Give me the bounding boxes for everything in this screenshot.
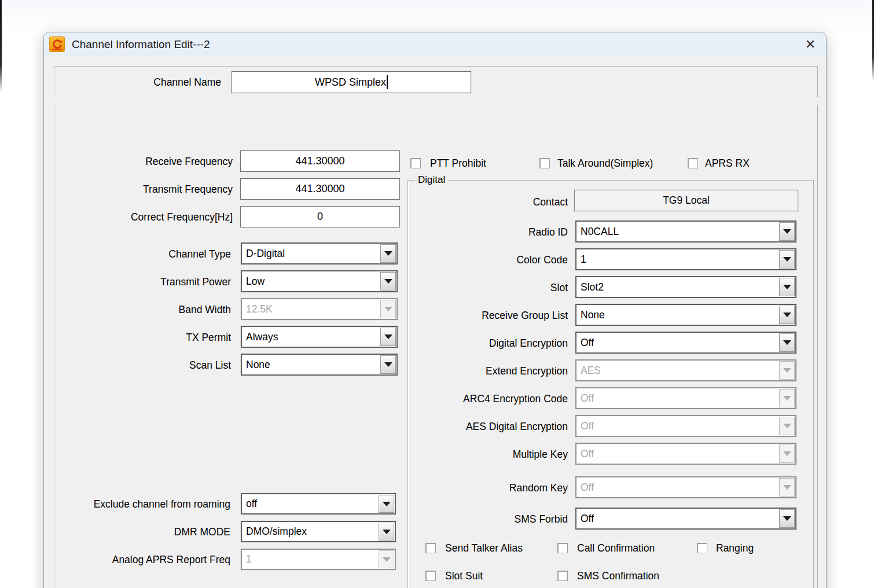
dropdown-arrow-icon[interactable] [380,272,396,291]
ptt-prohibit-label: PTT Prohibit [430,157,486,169]
receive-frequency-input[interactable]: 441.30000 [240,150,400,172]
color-code-select[interactable]: 1 [575,248,796,270]
dropdown-arrow-icon[interactable] [779,250,795,269]
extend-encryption-label: Extend Encryption [414,365,568,377]
talk-around-checkbox[interactable] [539,158,550,168]
channel-name-input[interactable]: WPSD Simplex [232,71,471,93]
titlebar: Channel Information Edit---2 ✕ [44,32,826,57]
dropdown-arrow-icon [779,389,795,407]
transmit-frequency-input[interactable]: 441.30000 [240,178,400,200]
aprs-rx-label: APRS RX [705,157,750,169]
scan-list-select[interactable]: None [241,354,398,376]
ptt-prohibit-checkbox[interactable] [410,158,421,168]
radio-logo-icon [50,37,64,52]
channel-edit-dialog: Channel Information Edit---2 ✕ Channel N… [43,32,827,588]
digital-encryption-select[interactable]: Off [575,332,796,354]
analog-aprs-freq-select: 1 [241,549,396,570]
dropdown-arrow-icon[interactable] [380,328,396,346]
dropdown-arrow-icon [779,444,795,463]
scan-list-label: Scan List [65,359,231,371]
ranging-label: Ranging [716,542,754,554]
dropdown-arrow-icon [779,361,795,380]
aprs-rx-checkbox[interactable] [688,158,698,168]
contact-label: Contact [414,196,568,208]
slot-suit-checkbox[interactable] [425,571,436,581]
dropdown-arrow-icon [379,550,394,568]
multiple-key-select: Off [575,443,796,465]
tx-permit-label: TX Permit [65,332,231,343]
transmit-power-select[interactable]: Low [241,270,398,292]
dropdown-arrow-icon [779,417,795,435]
tx-permit-select[interactable]: Always [241,326,398,348]
close-icon[interactable]: ✕ [802,36,819,53]
digital-group-label: Digital [415,174,448,186]
arc4-encryption-select: Off [575,387,796,409]
call-confirmation-checkbox[interactable] [557,543,568,553]
dmr-mode-select[interactable]: DMO/simplex [241,521,396,542]
ranging-checkbox[interactable] [697,543,707,553]
dropdown-arrow-icon[interactable] [380,244,396,263]
slot-select[interactable]: Slot2 [575,276,796,298]
sms-forbid-select[interactable]: Off [575,508,796,530]
channel-name-frame: Channel Name WPSD Simplex [54,66,818,97]
text-caret [387,75,388,89]
correct-frequency-input[interactable]: 0 [240,206,400,227]
arc4-encryption-label: ARC4 Encryption Code [414,393,568,405]
sms-confirmation-label: SMS Confirmation [577,570,659,582]
band-width-select: 12.5K [241,298,398,320]
band-width-label: Band Width [65,304,231,315]
receive-group-list-label: Receive Group List [414,310,568,321]
transmit-power-label: Transmit Power [65,276,231,288]
dropdown-arrow-icon[interactable] [379,523,394,541]
aes-digital-encryption-select: Off [575,415,796,437]
talk-around-label: Talk Around(Simplex) [557,157,653,169]
window-title: Channel Information Edit---2 [72,32,210,57]
receive-group-list-select[interactable]: None [575,304,796,326]
dropdown-arrow-icon[interactable] [779,306,795,324]
dropdown-arrow-icon [779,478,795,497]
dropdown-arrow-icon [380,300,396,318]
sms-forbid-label: SMS Forbid [414,513,568,525]
color-code-label: Color Code [414,254,568,266]
dropdown-arrow-icon[interactable] [380,355,396,374]
dropdown-arrow-icon[interactable] [779,509,795,528]
sms-confirmation-checkbox[interactable] [557,571,568,581]
app-icon [49,36,65,52]
channel-name-label: Channel Name [153,76,221,88]
digital-group: Digital Contact TG9 Local Radio ID N0CAL… [407,180,814,588]
receive-frequency-label: Receive Frequency [65,156,233,167]
analog-aprs-freq-label: Analog APRS Report Freq [72,554,230,565]
contact-button[interactable]: TG9 Local [574,190,798,211]
send-talker-alias-checkbox[interactable] [425,543,436,553]
slot-suit-label: Slot Suit [445,570,483,582]
channel-type-label: Channel Type [65,248,231,260]
correct-frequency-label: Correct Frequency[Hz] [65,211,233,223]
send-talker-alias-label: Send Talker Alias [445,542,523,554]
screen-edge-artifact-left [0,0,2,93]
multiple-key-label: Multiple Key [414,449,568,460]
random-key-label: Random Key [414,482,568,494]
transmit-frequency-label: Transmit Frequency [65,183,233,195]
random-key-select: Off [575,476,796,498]
dmr-mode-label: DMR MODE [72,526,230,538]
call-confirmation-label: Call Confirmation [577,542,655,554]
channel-type-select[interactable]: D-Digital [241,242,398,264]
extend-encryption-select: AES [575,359,796,381]
radio-id-select[interactable]: N0CALL [575,220,796,242]
digital-encryption-label: Digital Encryption [414,337,568,349]
exclude-roaming-select[interactable]: off [241,493,396,514]
radio-id-label: Radio ID [414,226,568,238]
dropdown-arrow-icon[interactable] [779,333,795,352]
exclude-roaming-label: Exclude channel from roaming [72,498,230,510]
dropdown-arrow-icon[interactable] [779,222,795,241]
dropdown-arrow-icon[interactable] [779,278,795,296]
slot-label: Slot [414,282,568,293]
aes-digital-encryption-label: AES Digital Encryption [414,421,568,432]
dropdown-arrow-icon[interactable] [379,495,394,513]
